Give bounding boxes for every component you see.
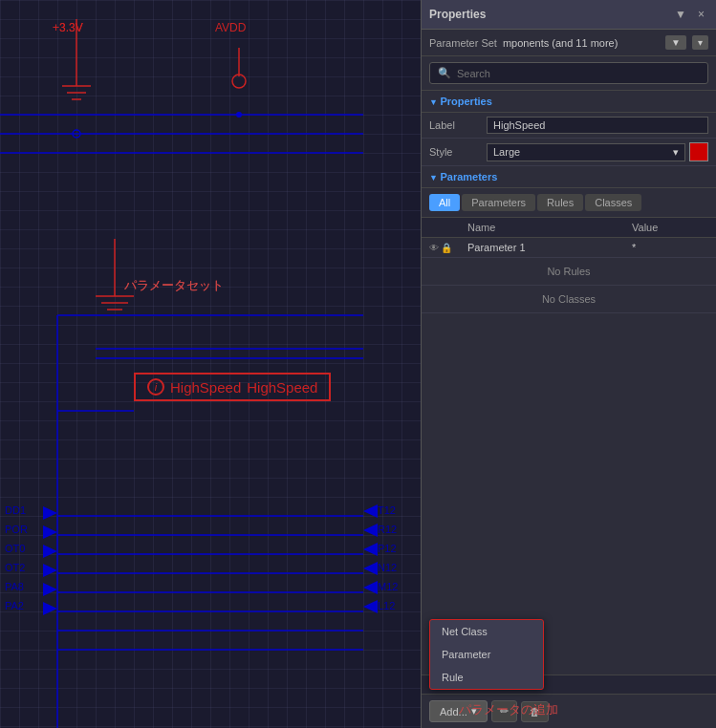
svg-marker-38 [43, 564, 57, 577]
table-col-name: Name [467, 222, 632, 233]
svg-point-11 [236, 112, 242, 118]
svg-marker-31 [363, 543, 378, 556]
power-label-avdd: AVDD [215, 21, 246, 34]
properties-section-header: Properties [422, 91, 716, 113]
highspeed-label-display: HighSpeed [247, 379, 317, 396]
table-row[interactable]: 👁 🔒 Parameter 1 * [422, 238, 716, 258]
net-label-p12: P12 [378, 543, 397, 554]
net-label-m12: M12 [378, 581, 398, 592]
style-value: Large [493, 146, 520, 158]
row-icons: 👁 🔒 [429, 243, 467, 253]
svg-marker-40 [43, 602, 57, 615]
search-input[interactable] [457, 68, 700, 79]
svg-marker-33 [363, 581, 378, 594]
net-label-l12: L12 [378, 600, 395, 611]
net-label-t12: T12 [378, 504, 396, 516]
svg-marker-34 [363, 600, 378, 613]
chevron-down-icon: ▾ [673, 146, 679, 159]
panel-dropdown-button[interactable]: ▾ [692, 35, 708, 50]
highspeed-box[interactable]: i HighSpeed HighSpeed [134, 373, 331, 401]
bottom-annotation: パラメータの追加 [459, 701, 558, 718]
panel-header: Properties ▼ × [422, 0, 716, 30]
tab-rules[interactable]: Rules [537, 194, 583, 211]
svg-point-6 [232, 75, 246, 88]
lock-icon: 🔒 [441, 243, 452, 253]
svg-marker-36 [43, 525, 57, 539]
highspeed-label: HighSpeed [170, 379, 241, 396]
side-label-pa2: PA2 [5, 600, 24, 611]
power-label-3v3-display: +3.3V [53, 21, 83, 34]
side-label-ot2: OT2 [5, 562, 25, 573]
side-label-dd1: DD1 [5, 504, 26, 516]
dropdown-item-rule[interactable]: Rule [430, 666, 543, 689]
param-set-display: パラメータセット [124, 277, 224, 294]
style-key: Style [429, 146, 487, 158]
search-container: 🔍 [429, 62, 708, 84]
table-col-value: Value [632, 222, 708, 233]
side-label-ot0: OT0 [5, 543, 25, 554]
svg-marker-39 [43, 583, 57, 596]
tab-all[interactable]: All [429, 194, 460, 211]
param-value: * [632, 242, 708, 253]
visibility-icon: 👁 [429, 243, 439, 253]
info-icon: i [147, 378, 164, 396]
filter-button[interactable]: ▼ [665, 35, 686, 50]
svg-marker-32 [363, 562, 378, 575]
side-label-por: POR [5, 524, 28, 535]
svg-marker-29 [363, 504, 378, 518]
search-icon: 🔍 [438, 67, 451, 79]
label-key: Label [429, 119, 487, 131]
param-name: Parameter 1 [467, 242, 632, 253]
tab-parameters[interactable]: Parameters [462, 194, 535, 211]
add-dropdown-menu: Net Class Parameter Rule [429, 619, 544, 690]
parameter-set-value: mponents (and 11 more) [503, 37, 660, 49]
parameters-tabs: All Parameters Rules Classes [422, 188, 716, 218]
svg-marker-30 [363, 524, 378, 537]
search-row: 🔍 [422, 56, 716, 91]
pin-button[interactable]: ▼ [671, 6, 690, 23]
style-dropdown[interactable]: Large ▾ [487, 143, 685, 161]
close-button[interactable]: × [694, 6, 708, 23]
label-property-row: Label [422, 113, 716, 139]
no-classes-row: No Classes [422, 286, 716, 313]
svg-marker-35 [43, 506, 57, 520]
panel-controls: ▼ × [671, 6, 708, 23]
style-property-row: Style Large ▾ [422, 139, 716, 166]
table-header-icons [429, 222, 467, 233]
properties-panel: Properties ▼ × Parameter Set mponents (a… [421, 0, 716, 728]
parameter-set-row: Parameter Set mponents (and 11 more) ▼ ▾ [422, 30, 716, 56]
side-label-pa8: PA8 [5, 581, 24, 592]
dropdown-item-net-class[interactable]: Net Class [430, 620, 543, 643]
svg-marker-37 [43, 545, 57, 558]
tab-classes[interactable]: Classes [585, 194, 641, 211]
net-label-r12: R12 [378, 524, 397, 535]
dropdown-item-parameter[interactable]: Parameter [430, 643, 543, 666]
no-rules-row: No Rules [422, 258, 716, 286]
parameter-set-label: Parameter Set [429, 37, 497, 49]
parameters-section-header: Parameters [422, 166, 716, 188]
label-value-input[interactable] [487, 117, 708, 134]
color-swatch[interactable] [689, 142, 708, 161]
net-label-n12: N12 [378, 562, 397, 573]
table-header: Name Value [422, 218, 716, 238]
schematic-canvas[interactable]: +3.3V +3.3V AVDD パラメータセット パラメータセット i Hig… [0, 0, 421, 728]
panel-title: Properties [429, 8, 486, 21]
